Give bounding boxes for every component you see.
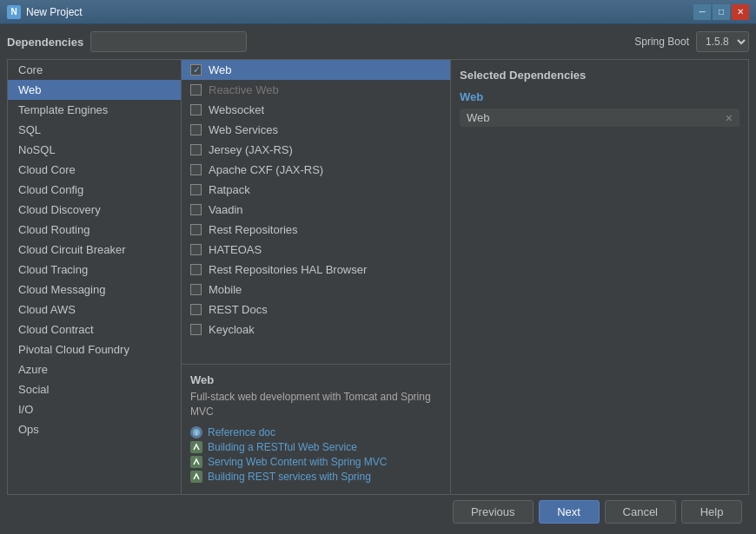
help-button[interactable]: Help [681,500,742,524]
selected-group-web-label: Web [460,90,739,103]
dep-web-checkbox[interactable] [190,64,202,76]
dep-hateoas-label: HATEOAS [209,243,262,256]
category-pivotal-cloud-foundry[interactable]: Pivotal Cloud Foundry [8,340,181,359]
link-rest-services-spring-icon [190,471,202,483]
link-restful-service-text[interactable]: Building a RESTful Web Service [208,441,357,453]
selected-dep-web-remove[interactable]: × [726,112,733,124]
spring-boot-version-select[interactable]: 1.5.8 1.5.7 2.0.0 [696,31,749,52]
maximize-button[interactable]: □ [713,4,730,20]
link-reference-doc[interactable]: i Reference doc [190,426,441,438]
header-left: Dependencies [7,31,627,52]
close-button[interactable]: ✕ [732,4,749,20]
dep-ratpack-label: Ratpack [209,183,250,196]
category-azure[interactable]: Azure [8,359,181,379]
minimize-button[interactable]: ─ [693,4,711,20]
dep-apache-cxf[interactable]: Apache CXF (JAX-RS) [182,160,450,180]
category-web[interactable]: Web [8,80,181,100]
spring-boot-label: Spring Boot [634,36,689,48]
category-cloud-messaging[interactable]: Cloud Messaging [8,280,181,300]
dep-mobile[interactable]: Mobile [182,280,450,300]
dep-hateoas[interactable]: HATEOAS [182,240,450,260]
search-input[interactable] [90,31,247,52]
link-restful-service-icon [190,441,202,453]
previous-button[interactable]: Previous [453,500,534,524]
dep-rest-repositories[interactable]: Rest Repositories [182,220,450,240]
link-serving-web-content[interactable]: Serving Web Content with Spring MVC [190,456,441,468]
dep-ratpack-checkbox[interactable] [190,184,202,195]
dep-reactive-web[interactable]: Reactive Web [182,80,450,100]
selected-deps-title: Selected Dependencies [460,69,739,82]
category-ops[interactable]: Ops [8,419,181,439]
dep-vaadin[interactable]: Vaadin [182,200,450,220]
dep-ratpack[interactable]: Ratpack [182,180,450,200]
dep-rest-docs-label: REST Docs [209,303,268,316]
dep-jersey[interactable]: Jersey (JAX-RS) [182,140,450,160]
dep-rest-repositories-checkbox[interactable] [190,224,202,235]
dep-web-services-label: Web Services [209,123,278,136]
category-cloud-discovery[interactable]: Cloud Discovery [8,200,181,220]
dep-web[interactable]: Web [182,60,450,80]
link-reference-doc-icon: i [190,426,202,438]
link-serving-web-content-icon [190,456,202,468]
category-cloud-config[interactable]: Cloud Config [8,180,181,200]
selected-dependencies-panel: Selected Dependencies Web Web × [451,60,748,494]
category-sql[interactable]: SQL [8,120,181,140]
dep-keycloak-checkbox[interactable] [190,324,202,335]
dep-websocket-checkbox[interactable] [190,104,202,115]
title-bar-controls: ─ □ ✕ [693,4,749,20]
category-cloud-circuit-breaker[interactable]: Cloud Circuit Breaker [8,240,181,260]
dep-websocket-label: Websocket [209,103,264,116]
dep-rest-hal-browser[interactable]: Rest Repositories HAL Browser [182,260,450,280]
dep-keycloak[interactable]: Keycloak [182,320,450,340]
dep-jersey-checkbox[interactable] [190,144,202,155]
link-reference-doc-text[interactable]: Reference doc [208,426,275,438]
dep-vaadin-checkbox[interactable] [190,204,202,215]
info-description: Full-stack web development with Tomcat a… [190,390,441,419]
category-cloud-tracing[interactable]: Cloud Tracing [8,260,181,280]
link-serving-web-content-text[interactable]: Serving Web Content with Spring MVC [208,456,388,468]
category-template-engines[interactable]: Template Engines [8,100,181,120]
dep-mobile-label: Mobile [209,283,242,296]
app-icon: N [7,5,21,19]
cancel-button[interactable]: Cancel [605,500,676,524]
dep-hateoas-checkbox[interactable] [190,244,202,255]
link-rest-services-spring-text[interactable]: Building REST services with Spring [208,471,371,483]
link-rest-services-spring[interactable]: Building REST services with Spring [190,471,441,483]
footer: Previous Next Cancel Help [7,495,749,527]
dependencies-panel: Web Reactive Web Websocket Web Services … [182,60,451,494]
dep-rest-docs[interactable]: REST Docs [182,300,450,320]
category-cloud-aws[interactable]: Cloud AWS [8,300,181,320]
category-nosql[interactable]: NoSQL [8,140,181,160]
dep-apache-cxf-checkbox[interactable] [190,164,202,175]
main-container: Dependencies Spring Boot 1.5.8 1.5.7 2.0… [0,24,756,534]
info-panel: Web Full-stack web development with Tomc… [182,364,450,494]
dep-reactive-web-checkbox[interactable] [190,84,202,96]
category-io[interactable]: I/O [8,399,181,419]
category-cloud-routing[interactable]: Cloud Routing [8,220,181,240]
dep-rest-docs-checkbox[interactable] [190,304,202,315]
dep-web-services-checkbox[interactable] [190,124,202,135]
link-restful-service[interactable]: Building a RESTful Web Service [190,441,441,453]
title-bar: N New Project ─ □ ✕ [0,0,756,24]
dep-keycloak-label: Keycloak [209,323,255,336]
category-cloud-contract[interactable]: Cloud Contract [8,320,181,340]
category-social[interactable]: Social [8,379,181,399]
dep-rest-hal-browser-checkbox[interactable] [190,264,202,275]
dep-web-services[interactable]: Web Services [182,120,450,140]
dependencies-label: Dependencies [7,36,83,49]
title-bar-text: New Project [26,6,693,18]
next-button[interactable]: Next [539,500,600,524]
dep-jersey-label: Jersey (JAX-RS) [209,143,293,156]
header-row: Dependencies Spring Boot 1.5.8 1.5.7 2.0… [7,31,749,52]
category-cloud-core[interactable]: Cloud Core [8,160,181,180]
dep-rest-repositories-label: Rest Repositories [209,223,298,236]
selected-dep-web-name: Web [467,111,490,124]
dep-websocket[interactable]: Websocket [182,100,450,120]
category-core[interactable]: Core [8,60,181,80]
panels-container: Core Web Template Engines SQL NoSQL Clou… [7,59,749,495]
dep-web-label: Web [209,63,232,76]
dep-mobile-checkbox[interactable] [190,284,202,295]
dep-apache-cxf-label: Apache CXF (JAX-RS) [209,163,323,176]
dependencies-list: Web Reactive Web Websocket Web Services … [182,60,450,364]
dep-reactive-web-label: Reactive Web [209,83,279,96]
